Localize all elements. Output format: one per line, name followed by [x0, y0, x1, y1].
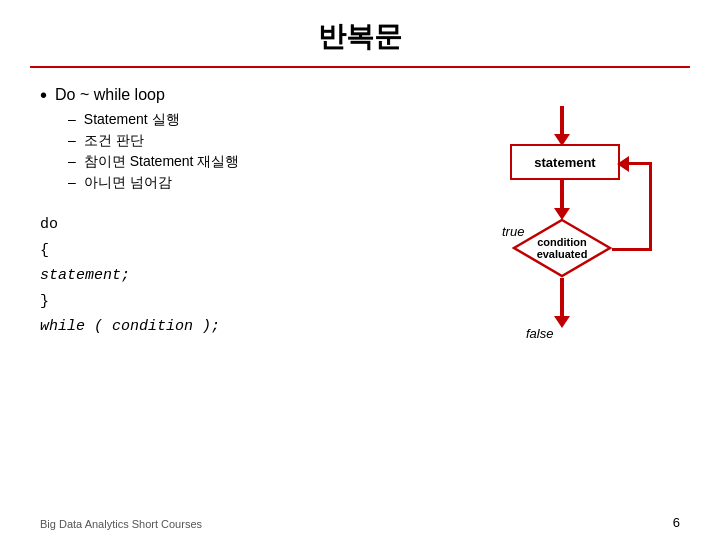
diamond-svg — [512, 218, 612, 278]
dash-icon-3: – — [68, 153, 76, 169]
right-panel: statement true condition evaluated — [440, 86, 680, 406]
code-line-3: statement; — [40, 263, 420, 289]
title-divider — [30, 66, 690, 68]
loop-right-line — [612, 248, 652, 251]
svg-marker-0 — [514, 220, 610, 276]
page-number: 6 — [673, 515, 680, 530]
sub-item-label-4: 아니면 넘어감 — [84, 174, 172, 192]
page-title: 반복문 — [0, 0, 720, 66]
false-arrow-line — [560, 278, 564, 318]
mid-arrow-line — [560, 180, 564, 210]
sub-item-label-3: 참이면 Statement 재실행 — [84, 153, 240, 171]
sub-item-4: – 아니면 넘어감 — [68, 174, 420, 192]
false-arrow-head — [554, 316, 570, 328]
sub-item-3: – 참이면 Statement 재실행 — [68, 153, 420, 171]
bullet-dot-icon: • — [40, 84, 47, 107]
code-line-5: while ( condition ); — [40, 314, 420, 340]
code-line-1: do — [40, 212, 420, 238]
sub-item-2: – 조건 판단 — [68, 132, 420, 150]
sub-item-1: – Statement 실행 — [68, 111, 420, 129]
dash-icon-1: – — [68, 111, 76, 127]
loop-up-line — [649, 162, 652, 251]
sub-items-list: – Statement 실행 – 조건 판단 – 참이면 Statement 재… — [68, 111, 420, 192]
sub-item-label-2: 조건 판단 — [84, 132, 144, 150]
main-bullet-label: Do ~ while loop — [55, 86, 165, 104]
dash-icon-2: – — [68, 132, 76, 148]
statement-label: statement — [534, 155, 595, 170]
code-line-2: { — [40, 238, 420, 264]
bullet-section: • Do ~ while loop – Statement 실행 – 조건 판단… — [40, 86, 420, 192]
diamond-container — [512, 218, 612, 278]
code-block: do { statement; } while ( condition ); — [40, 212, 420, 340]
code-line-4: } — [40, 289, 420, 315]
footer-text: Big Data Analytics Short Courses — [40, 518, 202, 530]
loop-arrow-head — [617, 156, 629, 172]
dash-icon-4: – — [68, 174, 76, 190]
flowchart: statement true condition evaluated — [450, 106, 670, 406]
left-panel: • Do ~ while loop – Statement 실행 – 조건 판단… — [40, 86, 440, 406]
top-arrow-line — [560, 106, 564, 136]
false-label: false — [526, 326, 553, 341]
statement-box: statement — [510, 144, 620, 180]
sub-item-label-1: Statement 실행 — [84, 111, 180, 129]
main-bullet: • Do ~ while loop — [40, 86, 420, 107]
